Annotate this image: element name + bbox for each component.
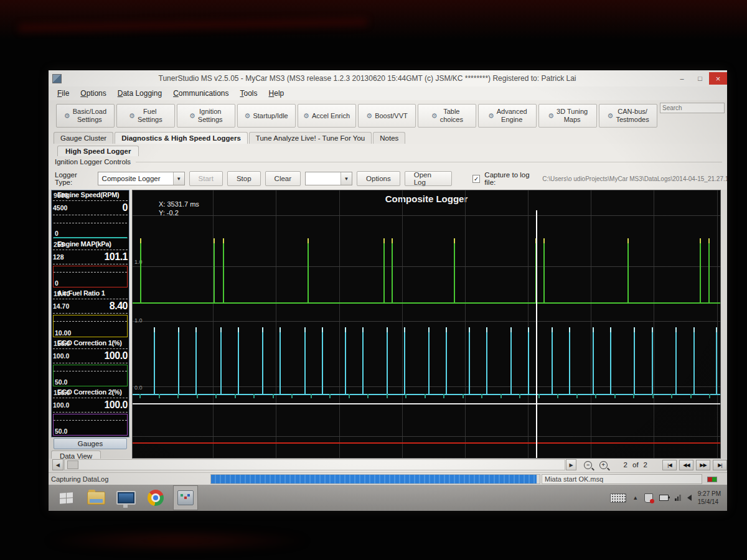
gauge-mid-value: 100.0	[53, 352, 69, 360]
primary-trigger-trace-tick	[329, 394, 331, 398]
maximize-button[interactable]: □	[691, 72, 709, 85]
zoom-in-icon[interactable]: +	[599, 461, 608, 469]
accel-enrich-icon: ⚙	[303, 112, 309, 120]
clock-date: 15/4/14	[698, 498, 721, 506]
action-center-icon[interactable]	[644, 493, 653, 503]
chevron-down-icon[interactable]: ▼	[173, 172, 184, 185]
chart-cursor-line[interactable]	[536, 210, 537, 458]
minimize-button[interactable]: –	[673, 72, 691, 85]
close-button[interactable]: ×	[709, 72, 727, 85]
scroll-left-button[interactable]: ◀	[52, 459, 63, 470]
tab-diagnostics-high-speed-loggers[interactable]: Diagnostics & High Speed Loggers	[115, 132, 248, 144]
grid-line-vertical	[213, 190, 214, 458]
tune-file-name: Miata start OK.msq	[542, 474, 702, 484]
file-explorer-taskbar-button[interactable]	[83, 485, 108, 510]
menu-data-logging[interactable]: Data Logging	[113, 88, 167, 99]
first-page-button[interactable]: |◀	[662, 460, 677, 470]
primary-trigger-trace-tick	[387, 394, 388, 398]
gauge-footer: Gauges Data View	[51, 437, 129, 461]
gauge-engine-map-kpa: 255Engine MAP(kPa)128101.10	[52, 240, 129, 289]
tray-expand-icon[interactable]: ▲	[632, 495, 638, 501]
primary-trigger-trace-spike	[195, 327, 197, 394]
tab-high-speed-logger[interactable]: High Speed Logger	[57, 146, 139, 156]
menu-tools[interactable]: Tools	[235, 88, 263, 99]
primary-trigger-trace-spike	[280, 327, 281, 394]
primary-trigger-trace-tick	[349, 394, 350, 398]
cursor-y-value: Y: -0.2	[159, 209, 199, 218]
capture-checkbox[interactable]: ✓	[472, 175, 480, 183]
next-page-button[interactable]: ▶▶	[696, 460, 710, 470]
stop-button[interactable]: Stop	[227, 171, 261, 186]
primary-trigger-trace-tick	[273, 394, 274, 398]
tab-gauge-cluster[interactable]: Gauge Cluster	[54, 132, 113, 144]
network-icon[interactable]	[675, 495, 681, 501]
options-button[interactable]: Options	[357, 171, 400, 186]
scrollbar-thumb[interactable]	[67, 460, 78, 469]
primary-trigger-trace-spike	[238, 327, 239, 394]
logger-type-label: Logger Type:	[55, 171, 93, 186]
primary-trigger-trace-tick	[159, 394, 160, 398]
secondary-trigger-trace-spike	[454, 238, 455, 302]
main-tab-bar: Gauge ClusterDiagnostics & High Speed Lo…	[49, 130, 727, 144]
sub-tab-bar: High Speed Logger	[49, 144, 727, 157]
scroll-right-button[interactable]: ▶	[566, 459, 577, 470]
primary-trigger-trace-tick	[557, 394, 558, 398]
logger-controls-row: Logger Type: Composite Logger ▼ Start St…	[49, 167, 727, 190]
primary-trigger-trace-tick	[253, 394, 255, 398]
tab-notes[interactable]: Notes	[373, 132, 405, 144]
start-button-windows[interactable]	[54, 485, 78, 510]
menu-help[interactable]: Help	[264, 88, 289, 99]
tab-tune-analyze-live-tune-for-you[interactable]: Tune Analyze Live! - Tune For You	[249, 132, 372, 144]
prev-page-button[interactable]: ◀◀	[679, 460, 693, 470]
clear-button[interactable]: Clear	[265, 171, 301, 186]
primary-trigger-trace-tick	[405, 394, 406, 398]
touch-keyboard-icon[interactable]	[610, 493, 626, 503]
secondary-trigger-trace-spike	[308, 238, 309, 302]
window-title: TunerStudio MS v2.5.05 - MyCar MS3 (MS3 …	[62, 74, 673, 83]
start-button[interactable]: Start	[189, 171, 223, 186]
capture-label: Capture to log file:	[484, 171, 538, 186]
open-log-button[interactable]: Open Log	[405, 171, 453, 186]
clock-time: 9:27 PM	[698, 490, 721, 498]
search-input[interactable]	[660, 103, 725, 113]
reference-line-red	[133, 442, 720, 444]
tunerstudio-icon	[177, 490, 194, 505]
menu-file[interactable]: File	[52, 88, 74, 99]
gauge-sidebar: 9000Engine Speed(RPM)450000255Engine MAP…	[51, 190, 129, 437]
chrome-taskbar-button[interactable]	[143, 485, 168, 510]
app-icon	[52, 74, 62, 83]
battery-icon[interactable]	[659, 495, 669, 501]
gauge-engine-speed-rpm: 9000Engine Speed(RPM)450000	[52, 190, 129, 240]
toolbar-fuel-settings-button[interactable]: ⚙FuelSettings	[116, 104, 175, 128]
startup-idle-icon: ⚙	[245, 112, 251, 120]
gauge-mid-value: 4500	[53, 204, 67, 212]
horizontal-scrollbar[interactable]	[64, 459, 565, 470]
taskbar-clock[interactable]: 9:27 PM 15/4/14	[698, 490, 721, 506]
primary-trigger-trace-tick	[481, 394, 482, 398]
logger-type-select[interactable]: Composite Logger ▼	[98, 172, 185, 185]
toolbar-ignition-settings-button[interactable]: ⚙IgnitionSettings	[177, 104, 235, 128]
tunerstudio-taskbar-button[interactable]	[173, 485, 198, 510]
volume-icon[interactable]	[687, 495, 692, 501]
toolbar-accel-enrich-button[interactable]: ⚙Accel Enrich	[298, 104, 356, 128]
toolbar-startup-idle-button[interactable]: ⚙Startup/Idle	[237, 104, 296, 128]
toolbar-boost-vvt-button[interactable]: ⚙Boost/VVT	[358, 104, 416, 128]
toolbar-basic-load-settings-button[interactable]: ⚙Basic/LoadSettings	[56, 104, 115, 128]
primary-trigger-trace-spike	[569, 327, 570, 394]
last-page-button[interactable]: ▶|	[713, 460, 727, 470]
zoom-out-icon[interactable]: −	[584, 461, 592, 469]
gauge-bar-area: 50.0	[53, 365, 128, 386]
toolbar-can-bus-testmodes-button[interactable]: ⚙CAN-bus/Testmodes	[599, 104, 657, 128]
toolbar-3d-tuning-maps-button[interactable]: ⚙3D TuningMaps	[538, 104, 597, 128]
menu-options[interactable]: Options	[75, 88, 111, 99]
menu-communications[interactable]: Communications	[168, 88, 233, 99]
toolbar-advanced-engine-button[interactable]: ⚙AdvancedEngine	[478, 104, 537, 128]
gauges-button[interactable]: Gauges	[54, 438, 127, 449]
composite-logger-chart[interactable]: Composite Logger X: 3531.7 ms Y: -0.2 1.…	[132, 190, 721, 459]
toolbar-table-choices-button[interactable]: ⚙Tablechoices	[418, 104, 476, 128]
gauge-bar-area: 0	[53, 217, 128, 238]
gauge-mid-value: 100.0	[53, 401, 69, 409]
desktop-app-taskbar-button[interactable]	[113, 485, 138, 510]
boost-vvt-icon: ⚙	[366, 112, 372, 120]
secondary-trigger-trace-spike	[392, 238, 393, 302]
